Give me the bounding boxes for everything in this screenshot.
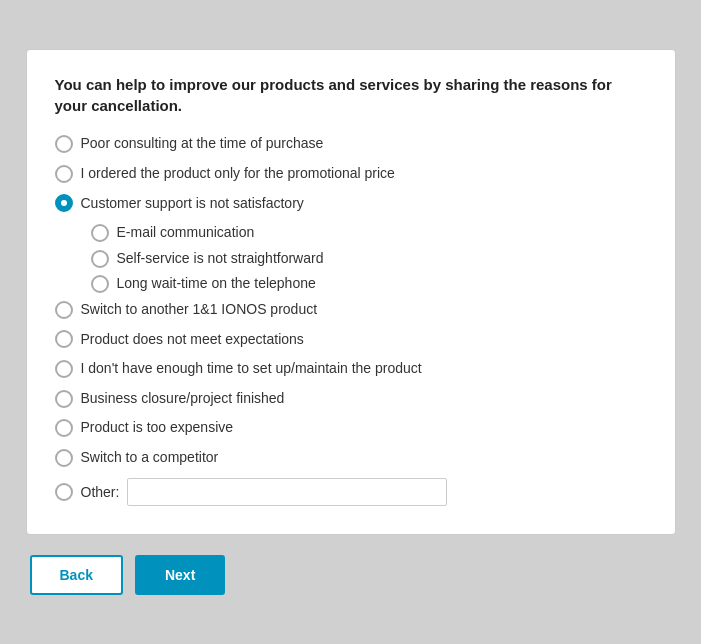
list-item: I don't have enough time to set up/maint… bbox=[55, 359, 647, 379]
sub-option-text: Self-service is not straightforward bbox=[117, 249, 324, 269]
sub-list-item: E-mail communication bbox=[91, 223, 647, 243]
survey-card: You can help to improve our products and… bbox=[26, 49, 676, 534]
option-text: Business closure/project finished bbox=[81, 389, 285, 409]
radio-indicator bbox=[55, 390, 73, 408]
sub-list-item: Self-service is not straightforward bbox=[91, 249, 647, 269]
sub-option-label[interactable]: E-mail communication bbox=[91, 223, 255, 243]
sub-option-label[interactable]: Self-service is not straightforward bbox=[91, 249, 324, 269]
list-item: Switch to another 1&1 IONOS product bbox=[55, 300, 647, 320]
footer-buttons: Back Next bbox=[26, 555, 676, 595]
option-label[interactable]: I don't have enough time to set up/maint… bbox=[55, 359, 422, 379]
radio-indicator bbox=[55, 360, 73, 378]
option-text: Customer support is not satisfactory bbox=[81, 194, 304, 214]
list-item: I ordered the product only for the promo… bbox=[55, 164, 647, 184]
list-item: Switch to a competitor bbox=[55, 448, 647, 468]
other-label[interactable]: Other: bbox=[55, 483, 120, 501]
option-label[interactable]: Product is too expensive bbox=[55, 418, 234, 438]
option-text: Poor consulting at the time of purchase bbox=[81, 134, 324, 154]
list-item: Product does not meet expectations bbox=[55, 330, 647, 350]
option-label[interactable]: Poor consulting at the time of purchase bbox=[55, 134, 324, 154]
sub-options-list: E-mail communicationSelf-service is not … bbox=[55, 223, 647, 294]
radio-indicator bbox=[55, 449, 73, 467]
list-item: Business closure/project finished bbox=[55, 389, 647, 409]
option-label[interactable]: Customer support is not satisfactory bbox=[55, 194, 304, 214]
sub-option-label[interactable]: Long wait-time on the telephone bbox=[91, 274, 316, 294]
list-item: Customer support is not satisfactory bbox=[55, 194, 647, 214]
option-text: I ordered the product only for the promo… bbox=[81, 164, 395, 184]
list-item: Poor consulting at the time of purchase bbox=[55, 134, 647, 154]
options-list: Poor consulting at the time of purchaseI… bbox=[55, 134, 647, 467]
other-option-text: Other: bbox=[81, 484, 120, 500]
radio-indicator bbox=[91, 275, 109, 293]
radio-indicator bbox=[55, 165, 73, 183]
list-item: Product is too expensive bbox=[55, 418, 647, 438]
radio-indicator bbox=[55, 419, 73, 437]
radio-indicator bbox=[91, 224, 109, 242]
back-button[interactable]: Back bbox=[30, 555, 123, 595]
sub-option-text: Long wait-time on the telephone bbox=[117, 274, 316, 294]
option-label[interactable]: Product does not meet expectations bbox=[55, 330, 304, 350]
option-text: Product is too expensive bbox=[81, 418, 234, 438]
option-text: Switch to a competitor bbox=[81, 448, 219, 468]
card-title: You can help to improve our products and… bbox=[55, 74, 647, 116]
other-input[interactable] bbox=[127, 478, 447, 506]
option-label[interactable]: I ordered the product only for the promo… bbox=[55, 164, 395, 184]
radio-indicator bbox=[55, 330, 73, 348]
option-label[interactable]: Switch to another 1&1 IONOS product bbox=[55, 300, 318, 320]
option-label[interactable]: Business closure/project finished bbox=[55, 389, 285, 409]
other-radio-indicator bbox=[55, 483, 73, 501]
option-text: Product does not meet expectations bbox=[81, 330, 304, 350]
next-button[interactable]: Next bbox=[135, 555, 225, 595]
sub-list-item: Long wait-time on the telephone bbox=[91, 274, 647, 294]
radio-indicator bbox=[91, 250, 109, 268]
radio-indicator bbox=[55, 301, 73, 319]
radio-indicator bbox=[55, 194, 73, 212]
option-text: I don't have enough time to set up/maint… bbox=[81, 359, 422, 379]
option-label[interactable]: Switch to a competitor bbox=[55, 448, 219, 468]
other-row: Other: bbox=[55, 478, 647, 506]
option-text: Switch to another 1&1 IONOS product bbox=[81, 300, 318, 320]
radio-indicator bbox=[55, 135, 73, 153]
sub-option-text: E-mail communication bbox=[117, 223, 255, 243]
